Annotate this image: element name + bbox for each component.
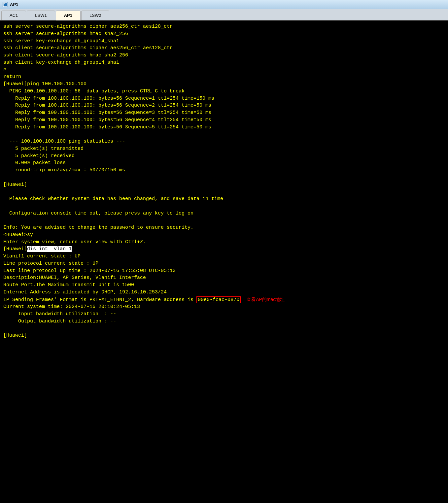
terminal-line: Internet Address is allocated by DHCP, 1…: [3, 289, 445, 296]
terminal-line: [Huawei]: [3, 332, 445, 339]
mac-address-line: IP Sending Frames' Format is PKTFMT_ETHN…: [3, 296, 445, 304]
terminal-line: Info: You are advised to change the pass…: [3, 224, 445, 231]
terminal-line: 5 packet(s) transmitted: [3, 145, 445, 152]
tab-ap1[interactable]: AP1: [56, 11, 81, 20]
main-window: AP1 AC1 LSW1 AP1 LSW2 ssh server secure-…: [0, 0, 448, 503]
terminal-line: ssh server secure-algorithms cipher aes2…: [3, 23, 445, 30]
terminal-line: [3, 325, 445, 332]
mac-address-box: 00e0-fcac-0870: [196, 296, 241, 303]
terminal-line: [3, 188, 445, 195]
terminal-line: ssh server secure-algorithms hmac sha2_2…: [3, 30, 445, 38]
terminal-line: ssh server key-exchange dh_group14_sha1: [3, 38, 445, 45]
terminal-line: [3, 174, 445, 181]
terminal-line: --- 100.100.100.100 ping statistics ---: [3, 138, 445, 145]
terminal-line: ssh client secure-algorithms hmac sha2_2…: [3, 52, 445, 59]
tab-lsw2[interactable]: LSW2: [81, 11, 109, 20]
window-title: AP1: [10, 2, 18, 7]
terminal-line: <Huawei>sy: [3, 231, 445, 239]
terminal-line: PING 100.100.100.100: 56 data bytes, pre…: [3, 88, 445, 95]
terminal-line: [Huawei]ping 100.100.100.100: [3, 81, 445, 88]
terminal-line: 5 packet(s) received: [3, 152, 445, 160]
title-bar: AP1: [0, 0, 448, 9]
terminal-line: Enter system view, return user view with…: [3, 239, 445, 246]
tabs-bar: AC1 LSW1 AP1 LSW2: [0, 9, 448, 20]
terminal-highlight-line: [Huawei]dis int vlan 1: [3, 246, 445, 253]
terminal-line: 0.00% packet loss: [3, 159, 445, 167]
terminal-line: [3, 131, 445, 138]
terminal-line: Reply from 100.100.100.100: bytes=56 Seq…: [3, 95, 445, 102]
terminal-line: Input bandwidth utilization : --: [3, 311, 445, 318]
mac-annotation: 查看AP的mac地址: [247, 297, 285, 302]
terminal-line: Route Port,The Maximum Transmit Unit is …: [3, 282, 445, 289]
terminal-line: Line protocol current state : UP: [3, 260, 445, 267]
terminal-line: ssh client secure-algorithms cipher aes2…: [3, 45, 445, 52]
terminal-output: ssh server secure-algorithms cipher aes2…: [0, 20, 448, 503]
terminal-line: round-trip min/avg/max = 50/70/150 ms: [3, 167, 445, 174]
tab-lsw1[interactable]: LSW1: [27, 11, 55, 20]
terminal-line: Last line protocol up time : 2024-07-16 …: [3, 267, 445, 275]
tab-ac1[interactable]: AC1: [1, 11, 26, 20]
terminal-line: [3, 203, 445, 210]
terminal-line: ssh client key-exchange dh_group14_sha1: [3, 59, 445, 66]
svg-rect-0: [3, 3, 7, 7]
terminal-line: #: [3, 66, 445, 74]
terminal-line: return: [3, 73, 445, 81]
command-input: dis int vlan 1: [27, 246, 72, 252]
terminal-line: Configuration console time out, please p…: [3, 210, 445, 217]
terminal-line: Current system time: 2024-07-16 20:10:24…: [3, 303, 445, 311]
terminal-line: [3, 217, 445, 224]
terminal-line: Output bandwidth utilization : --: [3, 318, 445, 325]
terminal-line: [Huawei]: [3, 181, 445, 188]
terminal-line: Vlanif1 current state : UP: [3, 253, 445, 260]
terminal-line: Please check whether system data has bee…: [3, 195, 445, 203]
terminal-line: Reply from 100.100.100.100: bytes=56 Seq…: [3, 109, 445, 117]
app-icon: [3, 2, 8, 7]
terminal-line: Reply from 100.100.100.100: bytes=56 Seq…: [3, 117, 445, 124]
terminal-line: Reply from 100.100.100.100: bytes=56 Seq…: [3, 124, 445, 131]
terminal-line: Description:HUAWEI, AP Series, Vlanif1 I…: [3, 274, 445, 282]
terminal-line: Reply from 100.100.100.100: bytes=56 Seq…: [3, 102, 445, 109]
